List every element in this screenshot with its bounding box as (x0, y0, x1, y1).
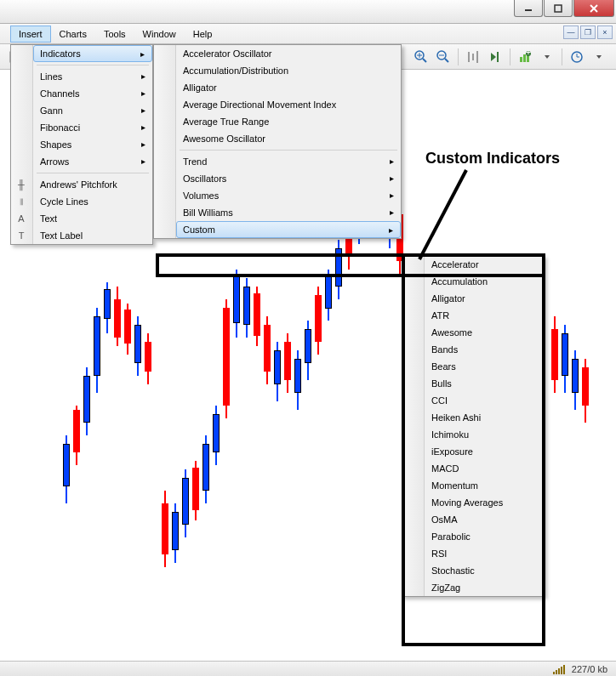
svg-line-11 (445, 59, 448, 62)
menuitem-oscillators[interactable]: Oscillators (176, 170, 401, 187)
menubar: Insert Charts Tools Window Help (0, 24, 616, 44)
menuitem-cyclelines[interactable]: ⦀Cycle Lines (33, 193, 152, 210)
scroll-end-icon[interactable] (485, 47, 505, 67)
zoom-out-icon[interactable] (433, 47, 453, 67)
menuitem-awesome-oscillator[interactable]: Awesome Oscillator (176, 130, 401, 147)
menuitem-atr[interactable]: Average True Range (176, 113, 401, 130)
text-icon: A (14, 212, 28, 225)
dropdown-arrow-icon[interactable] (589, 47, 609, 67)
menuitem-accelerator-oscillator[interactable]: Accelerator Oscillator (176, 45, 401, 62)
dropdown-arrow-icon[interactable] (537, 47, 557, 67)
mdi-close-button[interactable]: × (597, 26, 613, 39)
menuitem-accumulation-distribution[interactable]: Accumulation/Distribution (176, 62, 401, 79)
annotation-label: Custom Indicators (425, 150, 560, 168)
periodicity-icon[interactable] (567, 47, 587, 67)
indicators-dropdown: Accelerator Oscillator Accumulation/Dist… (153, 44, 402, 239)
svg-line-25 (419, 170, 466, 259)
annotation-highlight-box (402, 253, 545, 646)
mdi-minimize-button[interactable]: — (563, 26, 579, 39)
toolbar-separator (562, 48, 562, 65)
text-label-icon: T (14, 229, 28, 242)
menuitem-volumes[interactable]: Volumes (176, 187, 401, 204)
menuitem-text[interactable]: AText (33, 210, 152, 227)
connection-bars-icon (553, 664, 565, 674)
menuitem-channels[interactable]: Channels (33, 85, 152, 102)
minimize-button[interactable] (514, 0, 543, 17)
toolbar-separator (510, 48, 510, 65)
menu-tools[interactable]: Tools (95, 26, 134, 43)
insert-dropdown: Indicators Lines Channels Gann Fibonacci… (10, 44, 153, 245)
menuitem-custom[interactable]: Custom (176, 221, 401, 238)
pitchfork-icon: ╫ (14, 178, 28, 191)
close-button[interactable] (573, 0, 614, 17)
mdi-controls: — ❐ × (563, 26, 613, 39)
menuitem-trend[interactable]: Trend (176, 153, 401, 170)
svg-rect-1 (555, 5, 562, 12)
cycle-lines-icon: ⦀ (14, 195, 28, 208)
menuitem-arrows[interactable]: Arrows (33, 153, 152, 170)
menu-insert[interactable]: Insert (10, 26, 51, 43)
svg-rect-17 (520, 57, 522, 62)
menuitem-billwilliams[interactable]: Bill Williams (176, 204, 401, 221)
indicators-icon[interactable]: + (515, 47, 535, 67)
menuitem-alligator[interactable]: Alligator (176, 79, 401, 96)
menuitem-indicators[interactable]: Indicators (33, 45, 152, 62)
menuitem-gann[interactable]: Gann (33, 102, 152, 119)
menu-window[interactable]: Window (134, 26, 185, 43)
menu-separator (37, 173, 149, 173)
menu-charts[interactable]: Charts (51, 26, 95, 43)
menu-help[interactable]: Help (185, 26, 221, 43)
toolbar-separator (458, 48, 459, 65)
svg-line-7 (423, 59, 426, 62)
menuitem-textlabel[interactable]: TText Label (33, 227, 152, 244)
window-controls (514, 0, 614, 17)
menuitem-lines[interactable]: Lines (33, 68, 152, 85)
menu-separator (37, 65, 149, 65)
annotation-arrow-line (415, 166, 483, 268)
status-kb-label: 227/0 kb (572, 664, 607, 674)
menuitem-fibonacci[interactable]: Fibonacci (33, 119, 152, 136)
menu-separator (180, 150, 397, 151)
mdi-restore-button[interactable]: ❐ (580, 26, 596, 39)
menuitem-adx[interactable]: Average Directional Movement Index (176, 96, 401, 113)
zoom-in-icon[interactable] (411, 47, 431, 67)
status-bar: 227/0 kb (0, 661, 616, 676)
menuitem-pitchfork[interactable]: ╫Andrews' Pitchfork (33, 176, 152, 193)
menuitem-shapes[interactable]: Shapes (33, 136, 152, 153)
window-titlebar (0, 0, 616, 24)
chart-bars-icon[interactable] (463, 47, 483, 67)
svg-text:+: + (526, 50, 531, 57)
maximize-button[interactable] (544, 0, 573, 17)
